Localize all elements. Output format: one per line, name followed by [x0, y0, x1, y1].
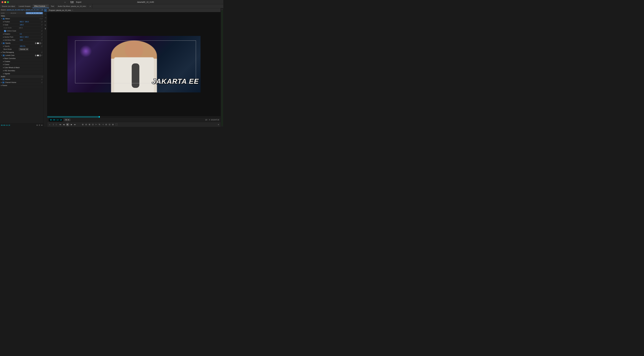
menu-export[interactable]: Export [76, 1, 82, 3]
anchor-x-value[interactable]: 960.0 [20, 36, 24, 38]
curves-toggle[interactable]: ▶ [3, 64, 4, 65]
hsl-toggle[interactable]: ▶ [3, 70, 4, 71]
rolling-edit-tool[interactable]: ⊢ [44, 20, 47, 23]
tab-lumetri-scopes[interactable]: Lumetri Scopes [17, 4, 32, 8]
creative-toggle[interactable]: ▶ [3, 61, 4, 62]
motion-stopwatch[interactable]: ⏱ [40, 18, 41, 19]
lumetri-toggle[interactable]: ▼ [1, 55, 2, 56]
add-button[interactable]: + [218, 123, 219, 126]
time-remap-reset[interactable]: ↺ [41, 51, 42, 53]
motion-reset[interactable]: ↺ [41, 18, 42, 20]
go-to-out-button[interactable]: ⏭ [74, 123, 76, 126]
lumetri-dot1[interactable] [35, 54, 37, 56]
antiflicker-triangle[interactable]: ▶ [3, 39, 4, 41]
hsl-row[interactable]: ▶ HSL Secondary [0, 69, 44, 72]
text-tool[interactable]: T [44, 27, 47, 30]
ripple-edit-tool[interactable]: ⊣ [44, 16, 47, 19]
safe-margin-button[interactable]: ⊟ [105, 123, 107, 126]
scale-value[interactable]: 100.0 [20, 24, 24, 26]
rotation-triangle[interactable]: ▶ [3, 33, 4, 35]
close-button[interactable] [2, 1, 3, 3]
ec-more-icon[interactable]: ⊕ [41, 124, 42, 126]
step-fwd-button[interactable]: ▶ [70, 123, 72, 126]
scale-triangle[interactable]: ▶ [3, 24, 4, 25]
motion-toggle[interactable]: ▼ [1, 18, 2, 19]
position-reset[interactable]: ↺ [41, 21, 42, 23]
minimize-button[interactable] [4, 1, 6, 3]
captions-button[interactable]: ⊡ [108, 123, 110, 126]
tab-text[interactable]: Text [49, 4, 56, 8]
ec-filter-icon[interactable]: ⊞ [36, 124, 38, 126]
settings-button[interactable]: ⊞ [112, 123, 114, 126]
position-triangle[interactable]: ▶ [3, 21, 4, 22]
tab-close-icon[interactable]: ✕ [46, 5, 47, 7]
tab-source[interactable]: Source: (no clips) [0, 4, 17, 8]
opacity-val-reset[interactable]: ↺ [41, 45, 42, 47]
extract-button[interactable]: ⊢ [95, 123, 97, 126]
channel-vol-toggle[interactable]: ▶ [1, 82, 2, 83]
compare-button[interactable]: fx [98, 123, 100, 126]
selection-tool[interactable]: ↖ [44, 9, 47, 12]
fullscreen-button[interactable]: ⛶ [115, 123, 118, 126]
channel-vol-reset[interactable]: ↺ [41, 81, 42, 84]
opacity-val[interactable]: 100.0 % [20, 45, 26, 47]
opacity-dot1[interactable] [35, 42, 37, 44]
panner-toggle[interactable]: ▶ [1, 85, 2, 86]
curves-row[interactable]: ▶ Curves [0, 63, 44, 66]
uniform-scale-checkbox[interactable] [4, 30, 6, 32]
razor-tool[interactable]: ✂ [44, 23, 47, 26]
track-select-tool[interactable]: ↔ [44, 12, 47, 15]
creative-row[interactable]: ▶ Creative [0, 60, 44, 63]
source-clip-link[interactable]: jakarta_e... [41, 9, 44, 11]
lumetri-effect-row[interactable]: ▼ fx Lumetri Color ↺ [0, 54, 44, 57]
fit-selector[interactable]: Fit ▼ [64, 119, 70, 121]
vignette-toggle[interactable]: ▶ [3, 73, 4, 74]
color-wheels-toggle[interactable]: ▶ [3, 67, 4, 68]
anchor-reset[interactable]: ↺ [41, 36, 42, 38]
source-file-link[interactable]: jakarta_ee_10_intro.mp4 [7, 9, 24, 11]
snap-button[interactable]: ⊣ [102, 123, 104, 126]
window-controls[interactable] [2, 1, 9, 3]
lumetri-dot3[interactable] [39, 54, 41, 56]
home-icon[interactable]: ⌂ [64, 1, 66, 3]
lift-button[interactable]: ⊡ [92, 123, 94, 126]
channel-volume-row[interactable]: ▶ fx Channel Volume ↺ [0, 81, 44, 84]
lumetri-dot2[interactable] [37, 54, 39, 56]
antiflicker-reset[interactable]: ↺ [41, 39, 42, 41]
motion-effect-row[interactable]: ▼ fx Motion ⏱ ↺ [0, 17, 44, 20]
basic-correction-toggle[interactable]: ▶ [3, 58, 4, 59]
volume-toggle[interactable]: ▶ [1, 79, 2, 80]
menu-edit[interactable]: Edit [70, 1, 74, 3]
volume-reset[interactable]: ↺ [41, 78, 42, 81]
maximize-button[interactable] [7, 1, 9, 3]
mark-clip-button[interactable]: ｝ [55, 123, 58, 126]
time-remapping-row[interactable]: ▶ Time Remapping ↺ [0, 51, 44, 54]
volume-effect-row[interactable]: ▶ fx Volume ↺ [0, 78, 44, 81]
export-frame-button[interactable]: ⊞ [82, 123, 84, 126]
basic-correction-row[interactable]: ▶ Basic Correction [0, 57, 44, 60]
program-timecode-display[interactable]: 00:00:14:10 [49, 119, 63, 121]
color-wheels-row[interactable]: ▶ Color Wheels & Match [0, 66, 44, 69]
audio-scroll-right[interactable]: ↕ [42, 76, 42, 77]
scrub-bar[interactable] [47, 116, 220, 118]
lumetri-reset[interactable]: ↺ [41, 54, 42, 56]
position-y-value[interactable]: 540.0 [25, 21, 29, 23]
source-sequence-link[interactable]: jakarta_ee_10_intro [26, 9, 39, 11]
mark-in-button[interactable]: ⬦ [49, 123, 50, 126]
vignette-row[interactable]: ▶ Vignette [0, 72, 44, 75]
play-button[interactable]: ▶ [66, 123, 69, 126]
tab-audio-clip-mixer[interactable]: Audio Clip Mixer: jakarta_ee_10_intro [56, 4, 88, 8]
blend-mode-select[interactable]: Normal [19, 48, 28, 51]
go-to-in-button[interactable]: ⏮ [59, 123, 62, 126]
tab-effect-controls[interactable]: Effect Controls ✕ [32, 4, 49, 8]
opacity-reset[interactable]: ↺ [41, 42, 42, 44]
overwrite-button[interactable]: ⊠ [88, 123, 90, 126]
opacity-toggle[interactable]: ▼ [1, 42, 2, 44]
scrub-dot[interactable] [99, 116, 100, 118]
anchor-y-value[interactable]: 540.0 [25, 36, 28, 38]
step-back-button[interactable]: ◀ [63, 123, 65, 126]
program-close[interactable]: ✕ [72, 9, 73, 11]
uniform-scale-reset[interactable]: ↺ [41, 30, 42, 32]
tab-more[interactable]: » [88, 4, 93, 8]
opacity-dot3[interactable] [39, 42, 41, 44]
